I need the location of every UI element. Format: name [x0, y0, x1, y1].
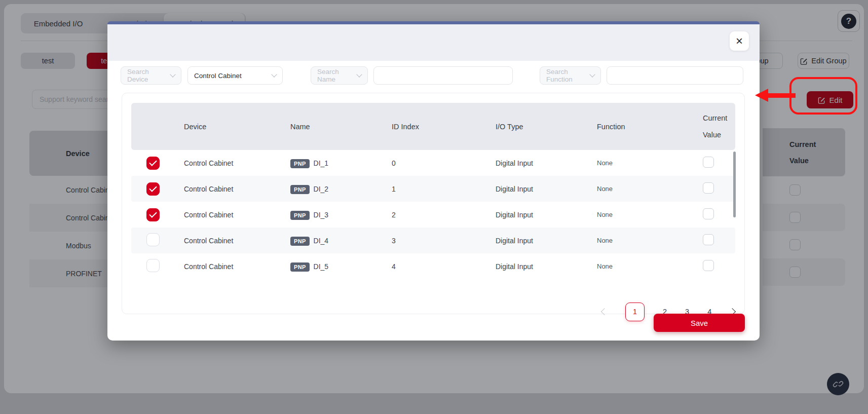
- current-value-checkbox[interactable]: [703, 182, 714, 194]
- cell-id-index: 3: [385, 237, 488, 245]
- save-button[interactable]: Save: [654, 314, 745, 332]
- cell-name: PNPDI_4: [283, 237, 385, 245]
- annotation-arrow-head: [755, 89, 768, 102]
- table-row: Control CabinetPNPDI_43Digital InputNone: [131, 228, 735, 253]
- pnp-badge: PNP: [290, 237, 310, 246]
- col-name: Name: [283, 123, 385, 131]
- search-name-select[interactable]: Search Name: [311, 66, 368, 85]
- table-row: Control CabinetPNPDI_54Digital InputNone: [131, 253, 735, 279]
- current-value-checkbox[interactable]: [703, 157, 714, 168]
- io-name: DI_1: [314, 159, 329, 167]
- table-scrollbar-thumb[interactable]: [733, 152, 736, 217]
- current-value-checkbox[interactable]: [703, 260, 714, 271]
- col-id-index: ID Index: [385, 123, 488, 131]
- cell-function: None: [590, 262, 699, 270]
- cell-function: None: [590, 159, 699, 167]
- cell-name: PNPDI_1: [283, 159, 385, 167]
- search-device-placeholder: Search Device: [127, 68, 167, 83]
- table-row: Control CabinetPNPDI_21Digital InputNone: [131, 176, 735, 202]
- pnp-badge: PNP: [290, 185, 310, 194]
- close-icon: ×: [736, 34, 743, 48]
- cell-name: PNPDI_5: [283, 262, 385, 271]
- io-name: DI_5: [314, 262, 329, 271]
- table-row: Control CabinetPNPDI_32Digital InputNone: [131, 202, 735, 228]
- chevron-down-icon: [356, 71, 362, 77]
- row-select-checkbox[interactable]: [146, 233, 160, 246]
- row-select-checkbox[interactable]: [146, 259, 160, 272]
- io-select-dialog: × Search Device Control Cabinet Search N…: [107, 21, 760, 341]
- pnp-badge: PNP: [290, 211, 310, 220]
- cell-io-type: Digital Input: [488, 159, 590, 167]
- row-select-checkbox[interactable]: [146, 182, 160, 196]
- chevron-down-icon: [271, 71, 277, 77]
- cell-io-type: Digital Input: [488, 262, 590, 271]
- screen: Embedded I/O Expanded Monitoring Board ?…: [0, 0, 868, 414]
- io-name: DI_2: [314, 185, 329, 193]
- cell-device: Control Cabinet: [177, 159, 283, 167]
- modal-table-body: Control CabinetPNPDI_10Digital InputNone…: [131, 150, 735, 279]
- cell-function: None: [590, 237, 699, 244]
- cell-name: PNPDI_2: [283, 185, 385, 193]
- chevron-down-icon: [589, 71, 595, 77]
- cell-function: None: [590, 211, 699, 218]
- cell-id-index: 2: [385, 211, 488, 219]
- search-function-placeholder: Search Function: [546, 68, 586, 83]
- col-device: Device: [177, 123, 283, 131]
- pnp-badge: PNP: [290, 262, 310, 272]
- cell-device: Control Cabinet: [177, 211, 283, 219]
- close-button[interactable]: ×: [730, 31, 749, 51]
- cell-device: Control Cabinet: [177, 237, 283, 245]
- table-header-row: Device Name ID Index I/O Type Function C…: [131, 103, 735, 150]
- dialog-header-band: [107, 24, 760, 61]
- search-device-select[interactable]: Search Device: [121, 66, 181, 85]
- cell-io-type: Digital Input: [488, 211, 590, 219]
- search-function-select[interactable]: Search Function: [540, 66, 601, 85]
- table-row: Control CabinetPNPDI_10Digital InputNone: [131, 150, 735, 176]
- prev-page-icon[interactable]: [601, 308, 608, 315]
- page-number-1[interactable]: 1: [625, 303, 645, 321]
- pnp-badge: PNP: [290, 159, 310, 168]
- cell-function: None: [590, 185, 699, 193]
- col-io-type: I/O Type: [488, 123, 590, 131]
- current-value-checkbox[interactable]: [703, 208, 714, 219]
- io-table-panel: Device Name ID Index I/O Type Function C…: [122, 93, 745, 314]
- io-name: DI_3: [314, 211, 329, 219]
- row-select-checkbox[interactable]: [146, 157, 160, 170]
- cell-id-index: 0: [385, 159, 488, 167]
- device-value-select[interactable]: Control Cabinet: [187, 66, 283, 85]
- device-value: Control Cabinet: [194, 72, 242, 80]
- cell-io-type: Digital Input: [488, 185, 590, 193]
- chevron-down-icon: [170, 71, 175, 77]
- row-select-checkbox[interactable]: [146, 208, 160, 221]
- annotation-highlight-box: [789, 77, 857, 115]
- cell-id-index: 4: [385, 262, 488, 271]
- col-current-value: Current Value: [699, 110, 742, 143]
- cell-name: PNPDI_3: [283, 211, 385, 219]
- name-filter-input[interactable]: [373, 66, 513, 85]
- annotation-arrow: [767, 93, 796, 98]
- current-value-checkbox[interactable]: [703, 234, 714, 245]
- cell-device: Control Cabinet: [177, 262, 283, 271]
- col-function: Function: [590, 123, 699, 131]
- cell-device: Control Cabinet: [177, 185, 283, 193]
- function-filter-input[interactable]: [607, 66, 743, 85]
- cell-io-type: Digital Input: [488, 237, 590, 245]
- io-name: DI_4: [314, 237, 329, 245]
- search-name-placeholder: Search Name: [317, 68, 353, 83]
- cell-id-index: 1: [385, 185, 488, 193]
